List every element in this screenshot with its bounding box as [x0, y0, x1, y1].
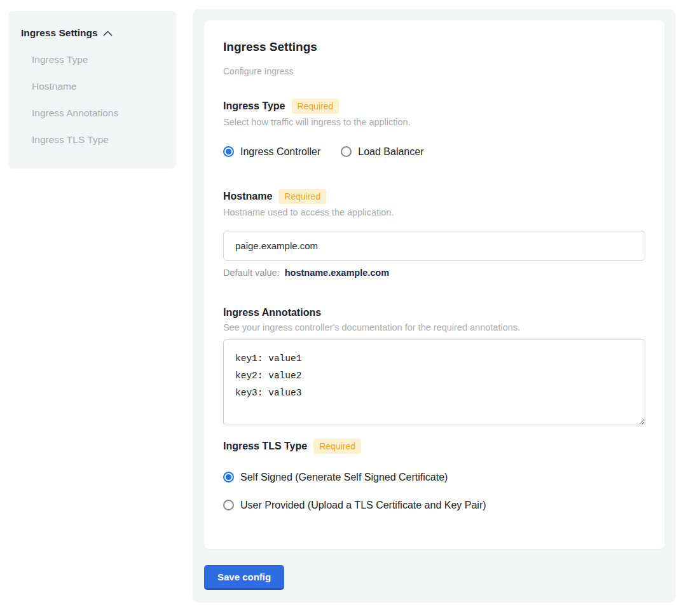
radio-button-icon[interactable]: [223, 146, 234, 157]
sidebar-group-label: Ingress Settings: [21, 27, 98, 39]
sidebar-item-ingress-tls-type[interactable]: Ingress TLS Type: [32, 134, 163, 146]
ingress-type-help: Select how traffic will ingress to the a…: [223, 117, 645, 128]
save-config-button[interactable]: Save config: [204, 565, 284, 590]
default-value-text: hostname.example.com: [285, 268, 389, 278]
ingress-annotations-help: See your ingress controller's documentat…: [223, 322, 645, 333]
ingress-tls-type-section: Ingress TLS Type Required Self Signed (G…: [223, 439, 645, 511]
ingress-annotations-label: Ingress Annotations: [223, 306, 321, 319]
default-value-label: Default value:: [223, 268, 280, 278]
chevron-up-icon: [103, 31, 113, 36]
radio-option-ingress-controller[interactable]: Ingress Controller: [223, 146, 320, 158]
radio-label: User Provided (Upload a TLS Certificate …: [240, 499, 486, 511]
sidebar-item-ingress-annotations[interactable]: Ingress Annotations: [32, 107, 163, 119]
settings-sidebar: Ingress Settings Ingress Type Hostname I…: [8, 11, 176, 168]
radio-label: Ingress Controller: [240, 146, 320, 158]
required-badge: Required: [292, 99, 340, 114]
radio-button-icon[interactable]: [223, 500, 234, 510]
sidebar-item-ingress-type[interactable]: Ingress Type: [32, 54, 163, 65]
hostname-input[interactable]: [223, 231, 645, 261]
ingress-type-label: Ingress Type: [223, 100, 285, 113]
ingress-settings-panel: Ingress Settings Configure Ingress Ingre…: [193, 9, 676, 603]
hostname-label: Hostname: [223, 190, 272, 203]
radio-option-load-balancer[interactable]: Load Balancer: [341, 146, 423, 158]
page-subtitle: Configure Ingress: [223, 66, 645, 77]
required-badge: Required: [278, 189, 326, 204]
ingress-type-section: Ingress Type Required Select how traffic…: [223, 99, 645, 158]
hostname-default-note: Default value: hostname.example.com: [223, 268, 645, 278]
ingress-settings-card: Ingress Settings Configure Ingress Ingre…: [204, 20, 664, 549]
required-badge: Required: [313, 439, 361, 454]
radio-label: Self Signed (Generate Self Signed Certif…: [240, 471, 448, 483]
sidebar-item-hostname[interactable]: Hostname: [32, 81, 163, 92]
radio-option-self-signed[interactable]: Self Signed (Generate Self Signed Certif…: [223, 471, 645, 483]
radio-option-user-provided[interactable]: User Provided (Upload a TLS Certificate …: [223, 499, 645, 511]
radio-button-icon[interactable]: [223, 472, 234, 483]
radio-label: Load Balancer: [358, 146, 423, 158]
ingress-type-radio-group: Ingress Controller Load Balancer: [223, 146, 645, 158]
ingress-annotations-section: Ingress Annotations See your ingress con…: [223, 306, 645, 425]
hostname-help: Hostname used to access the application.: [223, 207, 645, 218]
radio-button-icon[interactable]: [341, 146, 352, 157]
ingress-tls-type-label: Ingress TLS Type: [223, 440, 307, 453]
ingress-annotations-textarea[interactable]: key1: value1 key2: value2 key3: value3: [223, 339, 645, 425]
hostname-section: Hostname Required Hostname used to acces…: [223, 189, 645, 278]
sidebar-group-ingress-settings[interactable]: Ingress Settings: [21, 27, 163, 39]
page-title: Ingress Settings: [223, 39, 645, 54]
ingress-tls-radio-group: Self Signed (Generate Self Signed Certif…: [223, 471, 645, 511]
